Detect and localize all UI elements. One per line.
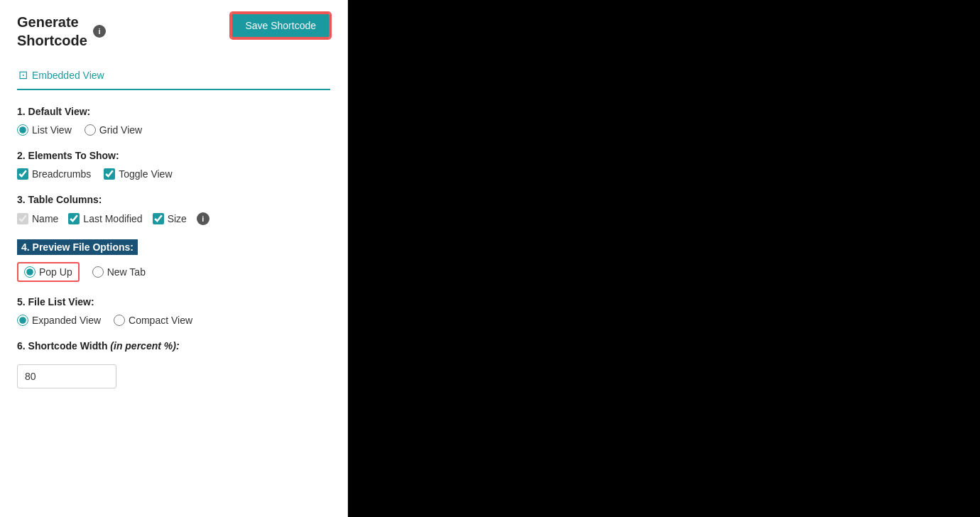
grid-view-radio[interactable] — [85, 124, 96, 136]
save-shortcode-button[interactable]: Save Shortcode — [231, 13, 330, 38]
new-tab-label[interactable]: New Tab — [107, 266, 146, 278]
compact-view-label[interactable]: Compact View — [129, 315, 192, 326]
section5-label: 5. File List View: — [17, 296, 330, 308]
expanded-view-radio[interactable] — [17, 315, 28, 326]
new-tab-option[interactable]: New Tab — [92, 266, 146, 278]
section3-label: 3. Table Columns: — [17, 194, 330, 205]
size-column-checkbox[interactable] — [153, 213, 164, 224]
breadcrumbs-checkbox[interactable] — [17, 168, 28, 180]
tab-embedded-view[interactable]: ⊡ Embedded View — [17, 62, 106, 90]
section2-label: 2. Elements To Show: — [17, 150, 330, 161]
last-modified-column-checkbox[interactable] — [68, 213, 80, 224]
section2-checkbox-group: Breadcrumbs Toggle View — [17, 168, 330, 180]
section1-radio-group: List View Grid View — [17, 124, 330, 136]
section4-radio-group: Pop Up New Tab — [17, 262, 330, 282]
breadcrumbs-option[interactable]: Breadcrumbs — [17, 168, 91, 180]
toggle-view-checkbox[interactable] — [104, 168, 115, 180]
title-line2: Shortcode — [17, 31, 87, 50]
section3-checkbox-group: Name Last Modified Size i — [17, 212, 330, 225]
section-preview-file-options: 4. Preview File Options: Pop Up New Tab — [17, 239, 330, 282]
size-column-option[interactable]: Size — [153, 213, 187, 224]
table-columns-info-icon[interactable]: i — [197, 212, 209, 225]
section6-label-italic: (in percent %): — [110, 340, 179, 352]
compact-view-radio[interactable] — [114, 315, 125, 326]
expanded-view-option[interactable]: Expanded View — [17, 315, 101, 326]
tab-embedded-view-label: Embedded View — [32, 70, 104, 81]
pop-up-option[interactable]: Pop Up — [17, 262, 80, 282]
title-block: Generate Shortcode i — [17, 13, 106, 50]
name-column-option[interactable]: Name — [17, 213, 58, 224]
name-column-checkbox — [17, 213, 28, 224]
right-panel — [348, 0, 980, 517]
section1-label: 1. Default View: — [17, 106, 330, 117]
list-view-label[interactable]: List View — [32, 124, 72, 136]
new-tab-radio[interactable] — [92, 266, 104, 278]
section-file-list-view: 5. File List View: Expanded View Compact… — [17, 296, 330, 326]
section6-label-text: 6. Shortcode Width — [17, 340, 110, 352]
last-modified-column-option[interactable]: Last Modified — [68, 213, 142, 224]
list-view-option[interactable]: List View — [17, 124, 72, 136]
section-table-columns: 3. Table Columns: Name Last Modified Siz… — [17, 194, 330, 225]
left-panel: Generate Shortcode i Save Shortcode ⊡ Em… — [0, 0, 348, 517]
breadcrumbs-label[interactable]: Breadcrumbs — [32, 168, 91, 180]
section4-label: 4. Preview File Options: — [17, 239, 138, 255]
info-icon[interactable]: i — [93, 25, 106, 38]
title-line1: Generate — [17, 13, 87, 31]
embedded-view-icon: ⊡ — [18, 68, 28, 82]
header: Generate Shortcode i Save Shortcode — [17, 13, 330, 50]
section-default-view: 1. Default View: List View Grid View — [17, 106, 330, 136]
shortcode-width-input[interactable] — [17, 364, 116, 388]
last-modified-column-label[interactable]: Last Modified — [83, 213, 142, 224]
toggle-view-label[interactable]: Toggle View — [119, 168, 172, 180]
tabs-bar: ⊡ Embedded View — [17, 62, 330, 90]
section5-radio-group: Expanded View Compact View — [17, 315, 330, 326]
section6-label: 6. Shortcode Width (in percent %): — [17, 340, 330, 352]
pop-up-label[interactable]: Pop Up — [39, 266, 72, 278]
expanded-view-label[interactable]: Expanded View — [32, 315, 101, 326]
section-shortcode-width: 6. Shortcode Width (in percent %): — [17, 340, 330, 388]
compact-view-option[interactable]: Compact View — [114, 315, 192, 326]
pop-up-radio[interactable] — [24, 266, 36, 278]
name-column-label: Name — [32, 213, 58, 224]
list-view-radio[interactable] — [17, 124, 28, 136]
toggle-view-option[interactable]: Toggle View — [104, 168, 172, 180]
size-column-label[interactable]: Size — [168, 213, 187, 224]
grid-view-option[interactable]: Grid View — [85, 124, 142, 136]
grid-view-label[interactable]: Grid View — [99, 124, 142, 136]
section-elements-to-show: 2. Elements To Show: Breadcrumbs Toggle … — [17, 150, 330, 180]
